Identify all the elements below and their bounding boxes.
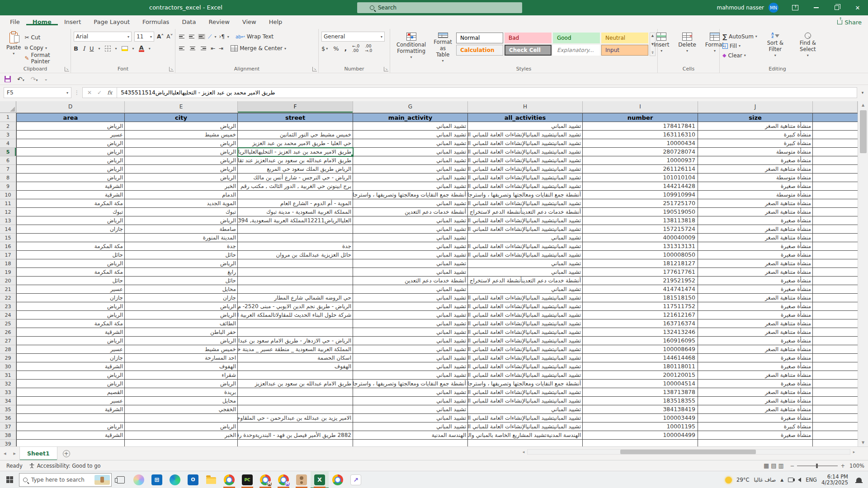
- cell-style-check[interactable]: Check Cell: [505, 45, 552, 56]
- cell-I5[interactable]: 280728074: [583, 148, 698, 156]
- row-header-26[interactable]: 26: [0, 328, 16, 337]
- cell-I12[interactable]: 190519050: [583, 208, 698, 216]
- cell-F8[interactable]: الرياض - حي النرجس - شارع أنس بن مالك: [238, 174, 353, 182]
- cell-F9[interactable]: برج ابينونن حي الغربية , الدور الثالث , …: [238, 182, 353, 191]
- cell-F13[interactable]: العلياالرياض12211المملكة العربية السعودي…: [238, 216, 353, 225]
- cell-G14[interactable]: تشييد المباني: [353, 225, 468, 234]
- cell-E35[interactable]: الخفجي: [125, 405, 238, 414]
- cell-G18[interactable]: تشييد المباني: [353, 259, 468, 268]
- cell-filler[interactable]: [813, 431, 858, 440]
- header-cell-street[interactable]: street: [238, 113, 353, 122]
- cell-F27[interactable]: الرياض - حي الازدهار - طريق الامام سعود …: [238, 337, 353, 345]
- cell-J36[interactable]: منشأة صغيرة: [698, 414, 813, 422]
- cell-H27[interactable]: تشييد المبانيتشييد المبانيالإنشاءات العا…: [468, 337, 583, 345]
- cell-J25[interactable]: منشأة متناهية الصغر: [698, 319, 813, 328]
- font-name-select[interactable]: Arial▾: [74, 32, 132, 42]
- weather-text[interactable]: صاف غالبا: [754, 477, 776, 483]
- cell-I32[interactable]: 100004514: [583, 380, 698, 388]
- cell-E38[interactable]: الخبر: [125, 431, 238, 440]
- column-header-F[interactable]: F: [238, 101, 353, 113]
- taskbar-app-chrome-profile-m-purple[interactable]: M: [274, 471, 292, 488]
- cell-I24[interactable]: 121612167: [583, 311, 698, 319]
- cell-F34[interactable]: [238, 397, 353, 405]
- number-dialog-launcher[interactable]: ↘: [384, 67, 388, 71]
- cell-D22[interactable]: جازان: [16, 294, 125, 302]
- cell-style-expl[interactable]: Explanatory...: [553, 45, 600, 56]
- cell-H17[interactable]: تشييد المبانيتشييد المبانيالإنشاءات العا…: [468, 251, 583, 259]
- cell-I30[interactable]: 180118011: [583, 362, 698, 371]
- cell-H22[interactable]: تشييد المبانيتشييد المبانيالإنشاءات العا…: [468, 294, 583, 302]
- row-header-39[interactable]: 39: [0, 440, 16, 446]
- cell-G36[interactable]: تشييد المباني: [353, 414, 468, 422]
- cell-F2[interactable]: [238, 122, 353, 131]
- cell-I22[interactable]: 181518150: [583, 294, 698, 302]
- cell-E16[interactable]: جدة: [125, 242, 238, 251]
- weather-temp[interactable]: 29°C: [736, 477, 749, 483]
- cell-F36[interactable]: الامير يزيد بن عبدالله بن عبدالرحمن - حي…: [238, 414, 353, 422]
- cell-filler[interactable]: [813, 131, 858, 139]
- cell-H38[interactable]: الهندسة المدنيةتشييد المشاريع الخاصة بال…: [468, 431, 583, 440]
- cell-F17[interactable]: حائل العزيزية عبدالملك بن مروان: [238, 251, 353, 259]
- cell-F25[interactable]: [238, 319, 353, 328]
- cell-F37[interactable]: [238, 422, 353, 431]
- taskbar-app-chrome-2[interactable]: [329, 471, 347, 488]
- cell-E15[interactable]: المدينة المنورة: [125, 234, 238, 242]
- header-cell-area[interactable]: area: [16, 113, 125, 122]
- cell-H24[interactable]: تشييد المبانيتشييد المبانيالإنشاءات العا…: [468, 311, 583, 319]
- row-header-29[interactable]: 29: [0, 354, 16, 362]
- cell-filler[interactable]: [813, 328, 858, 337]
- cell-F3[interactable]: خميس مشيط حي النور الثمانين: [238, 131, 353, 139]
- decrease-indent-button[interactable]: ⇤: [211, 45, 215, 52]
- cell-F14[interactable]: [238, 225, 353, 234]
- cell-F21[interactable]: [238, 285, 353, 294]
- tray-overflow-button[interactable]: ▲: [780, 478, 783, 482]
- cell-J4[interactable]: منشأة كبيرة: [698, 139, 813, 148]
- cell-D36[interactable]: [16, 414, 125, 422]
- cell-I17[interactable]: 100008050: [583, 251, 698, 259]
- zoom-level[interactable]: 100%: [849, 463, 864, 469]
- cell-I38[interactable]: 100004499: [583, 431, 698, 440]
- row-header-11[interactable]: 11: [0, 199, 16, 208]
- cell-H25[interactable]: تشييد المبانيتشييد المبانيالإنشاءات العا…: [468, 319, 583, 328]
- row-header-20[interactable]: 20: [0, 277, 16, 285]
- cell-G30[interactable]: تشييد المباني: [353, 362, 468, 371]
- taskbar-app-task-view[interactable]: [112, 471, 130, 488]
- cell-filler[interactable]: [813, 380, 858, 388]
- cell-D25[interactable]: مكة المكرمة: [16, 319, 125, 328]
- taskbar-app-pycharm[interactable]: [238, 471, 256, 488]
- cell-G4[interactable]: تشييد المباني: [353, 139, 468, 148]
- customize-qat-button[interactable]: ⌄: [44, 76, 48, 81]
- column-header-H[interactable]: H: [468, 101, 583, 113]
- row-header-22[interactable]: 22: [0, 294, 16, 302]
- taskbar-app-outlook[interactable]: [184, 471, 202, 488]
- accounting-format-button[interactable]: $: [321, 45, 325, 52]
- cell-I3[interactable]: 163116310: [583, 131, 698, 139]
- cell-F7[interactable]: الرياض طريق الملك سعود حي المربع: [238, 165, 353, 174]
- search-box[interactable]: Search: [357, 2, 522, 13]
- row-header-6[interactable]: 6: [0, 156, 16, 165]
- bold-button[interactable]: B: [74, 45, 78, 52]
- cell-G37[interactable]: تشييد المباني: [353, 422, 468, 431]
- cell-filler[interactable]: [813, 371, 858, 380]
- cell-D28[interactable]: عسير: [16, 345, 125, 354]
- cell-J10[interactable]: منشأة متوسطة: [698, 191, 813, 199]
- cell-H14[interactable]: تشييد المبانيتشييد المبانيالإنشاءات العا…: [468, 225, 583, 234]
- cell-H13[interactable]: تشييد المبانيتشييد المبانيالإنشاءات العا…: [468, 216, 583, 225]
- cell-empty[interactable]: [125, 440, 238, 446]
- cell-filler[interactable]: [813, 405, 858, 414]
- cell-J20[interactable]: منشأة صغيرة: [698, 277, 813, 285]
- cell-filler[interactable]: [813, 422, 858, 431]
- cell-H3[interactable]: تشييد المبانيتشييد المبانيالإنشاءات العا…: [468, 131, 583, 139]
- cell-D32[interactable]: الرياض: [16, 380, 125, 388]
- cell-E12[interactable]: تبوك: [125, 208, 238, 216]
- font-dialog-launcher[interactable]: ↘: [169, 67, 174, 71]
- cell-F16[interactable]: جدة: [238, 242, 353, 251]
- tab-formulas[interactable]: Formulas: [136, 19, 175, 25]
- cell-H34[interactable]: تشييد المبانيتشييد المبانيالإنشاءات العا…: [468, 397, 583, 405]
- cell-H16[interactable]: تشييد المبانيتشييد المبانيالإنشاءات العا…: [468, 242, 583, 251]
- cell-I20[interactable]: 219521952: [583, 277, 698, 285]
- row-header-8[interactable]: 8: [0, 174, 16, 182]
- row-header-14[interactable]: 14: [0, 225, 16, 234]
- cell-D35[interactable]: الشرقية: [16, 405, 125, 414]
- cell-H30[interactable]: تشييد المبانيتشييد المبانيالإنشاءات العا…: [468, 362, 583, 371]
